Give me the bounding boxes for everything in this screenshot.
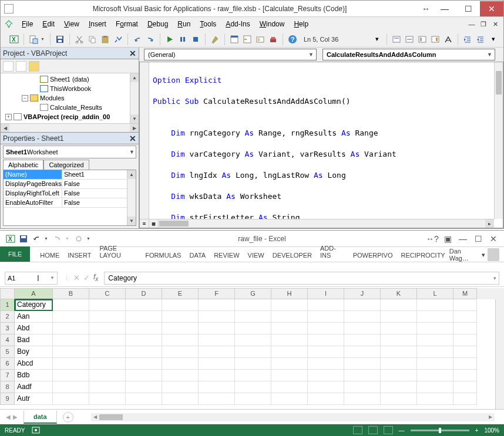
cell[interactable] xyxy=(453,346,477,358)
code-vscrollbar[interactable] xyxy=(494,62,503,219)
design-mode-icon[interactable] xyxy=(210,34,220,45)
cell[interactable] xyxy=(235,311,271,323)
insert-dropdown-icon[interactable]: ▼ xyxy=(41,37,45,41)
column-header[interactable]: F xyxy=(199,288,235,299)
cell[interactable] xyxy=(162,393,199,405)
tb-overflow-icon[interactable]: ▾ xyxy=(372,34,382,45)
cell[interactable] xyxy=(271,393,308,405)
cell[interactable] xyxy=(453,323,477,334)
reset-icon[interactable] xyxy=(190,34,201,45)
cell[interactable] xyxy=(199,299,235,311)
cell[interactable] xyxy=(417,381,453,393)
cell[interactable]: Abd xyxy=(15,323,53,334)
accept-formula-icon[interactable]: ✓ xyxy=(83,273,90,282)
cell[interactable] xyxy=(235,370,271,381)
sheet-tab-data[interactable]: data xyxy=(23,411,57,424)
formula-expand-icon[interactable]: ▾ xyxy=(493,275,496,281)
cell[interactable] xyxy=(126,311,162,323)
cell[interactable] xyxy=(162,370,199,381)
cell[interactable] xyxy=(344,381,381,393)
tb2-overflow-icon[interactable]: ▾ xyxy=(488,34,499,45)
cell[interactable] xyxy=(381,346,417,358)
save-icon[interactable] xyxy=(55,34,65,45)
cell[interactable] xyxy=(417,334,453,346)
tree-addin-project[interactable]: VBAProject (recip_addin_00 xyxy=(23,113,110,120)
cell[interactable] xyxy=(381,311,417,323)
cell[interactable] xyxy=(344,358,381,370)
vba-resize-arrow-icon[interactable]: ↔ xyxy=(419,1,433,16)
vba-menu-icon[interactable] xyxy=(4,19,14,29)
cell[interactable] xyxy=(199,393,235,405)
edit-tb-1-icon[interactable] xyxy=(391,34,402,45)
cell[interactable] xyxy=(126,323,162,334)
cell[interactable] xyxy=(126,334,162,346)
tab-insert[interactable]: INSERT xyxy=(63,249,95,262)
cell[interactable] xyxy=(53,299,89,311)
name-box[interactable]: A1 I ▼ xyxy=(5,272,58,285)
procedure-view-icon[interactable]: ≡ xyxy=(140,219,149,228)
cell[interactable] xyxy=(381,334,417,346)
toolbox-icon[interactable] xyxy=(268,34,278,45)
cell[interactable] xyxy=(381,323,417,334)
cell[interactable] xyxy=(344,334,381,346)
cell[interactable] xyxy=(126,346,162,358)
tree-thisworkbook[interactable]: ThisWorkbook xyxy=(50,85,91,92)
tab-file[interactable]: FILE xyxy=(0,246,30,262)
cell[interactable] xyxy=(417,393,453,405)
column-header[interactable]: M xyxy=(453,288,477,299)
view-object-icon[interactable] xyxy=(16,61,26,72)
cell[interactable] xyxy=(53,358,89,370)
cell[interactable] xyxy=(308,370,344,381)
excel-maximize-button[interactable]: ☐ xyxy=(472,233,484,245)
cell[interactable] xyxy=(53,370,89,381)
cell[interactable] xyxy=(53,393,89,405)
row-header[interactable]: 1 xyxy=(0,299,15,311)
cell[interactable] xyxy=(199,358,235,370)
cell[interactable] xyxy=(344,346,381,358)
cell[interactable] xyxy=(126,381,162,393)
cell[interactable] xyxy=(381,381,417,393)
menu-insert[interactable]: Insert xyxy=(84,18,111,30)
cell[interactable] xyxy=(453,334,477,346)
row-header[interactable]: 5 xyxy=(0,346,15,358)
cell[interactable] xyxy=(199,346,235,358)
tab-home[interactable]: HOME xyxy=(36,249,63,262)
indent-icon[interactable] xyxy=(462,34,473,45)
cell[interactable] xyxy=(344,370,381,381)
cell[interactable] xyxy=(271,311,308,323)
formula-input[interactable]: Category ▾ xyxy=(104,272,499,285)
full-module-view-icon[interactable]: ▦ xyxy=(149,219,159,228)
qat-save-icon[interactable] xyxy=(19,234,28,244)
cell[interactable] xyxy=(271,370,308,381)
undo-icon[interactable] xyxy=(132,34,143,45)
column-header[interactable]: A xyxy=(15,288,53,299)
cell[interactable] xyxy=(89,381,126,393)
column-header[interactable]: H xyxy=(271,288,308,299)
redo-icon[interactable] xyxy=(145,34,156,45)
properties-object-combo[interactable]: Sheet1 Worksheet ▼ xyxy=(3,146,136,158)
qat-redo-icon[interactable] xyxy=(53,234,62,244)
cell[interactable] xyxy=(199,381,235,393)
sheet-nav-next-icon[interactable]: ▶ xyxy=(13,414,18,420)
chevron-down-icon[interactable]: ▼ xyxy=(129,149,135,155)
cell[interactable] xyxy=(271,299,308,311)
tab-powerpivot[interactable]: POWERPIVO xyxy=(349,249,397,262)
cell[interactable] xyxy=(199,311,235,323)
user-name[interactable]: Dan Wag… xyxy=(449,248,479,262)
cell[interactable] xyxy=(162,311,199,323)
cell[interactable] xyxy=(199,334,235,346)
excel-resize-icon[interactable]: ↔? xyxy=(426,233,438,245)
code-hscrollbar[interactable]: ◀▶ xyxy=(149,219,494,228)
cell[interactable] xyxy=(162,358,199,370)
excel-app-icon[interactable]: X xyxy=(6,234,15,244)
tab-reciprocity[interactable]: RECIPROCITY xyxy=(397,249,449,262)
tab-review[interactable]: REVIEW xyxy=(210,249,243,262)
chevron-down-icon[interactable]: ▼ xyxy=(308,52,314,58)
macro-record-icon[interactable] xyxy=(32,427,40,434)
menu-debug[interactable]: Debug xyxy=(143,18,173,30)
column-header[interactable]: D xyxy=(126,288,162,299)
column-header[interactable]: E xyxy=(162,288,199,299)
help-icon[interactable]: ? xyxy=(287,34,298,45)
tab-page-layout[interactable]: PAGE LAYOU xyxy=(95,242,141,262)
cell[interactable] xyxy=(453,358,477,370)
